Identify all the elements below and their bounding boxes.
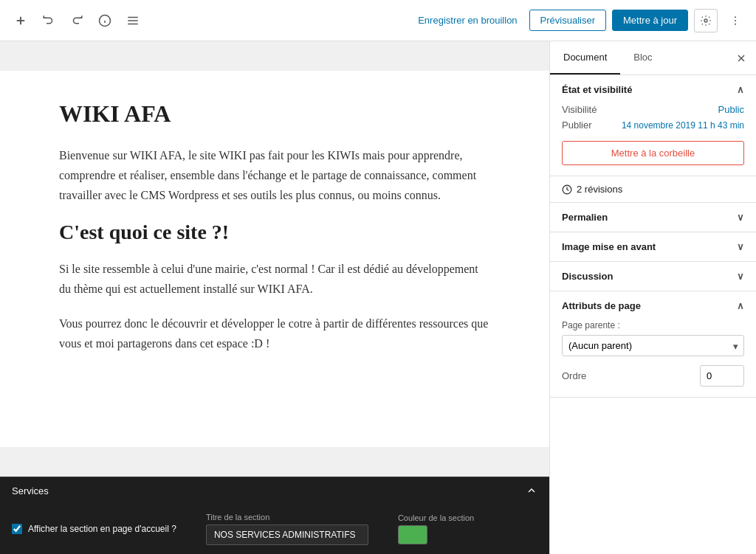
sidebar-tabs: Document Bloc	[550, 41, 756, 75]
toolbar-right: Enregistrer en brouillon Prévisualiser M…	[381, 9, 747, 32]
visibility-value[interactable]: Public	[718, 104, 744, 115]
collapse-icon	[526, 485, 537, 496]
discussion-chevron-icon: ∨	[737, 271, 744, 282]
permalien-section: Permalien ∨	[550, 203, 756, 232]
revisions-row[interactable]: 2 révisions	[550, 176, 756, 203]
publish-button[interactable]: Mettre à jour	[612, 10, 688, 31]
paragraph-3: Si le site ressemble à celui d'une mairi…	[59, 259, 490, 299]
svg-point-8	[704, 19, 707, 22]
permalien-header[interactable]: Permalien ∨	[550, 203, 756, 232]
order-label: Ordre	[562, 370, 586, 381]
main-area: WIKI AFA Bienvenue sur WIKI AFA, le site…	[0, 41, 756, 554]
paragraph-4: Vous pourrez donc le découvrir et dévelo…	[59, 314, 490, 353]
parent-select[interactable]: (Aucun parent)	[562, 335, 744, 356]
bottom-panel: Services Afficher la section en page d'a…	[0, 477, 549, 554]
parent-label: Page parente :	[562, 320, 744, 330]
discussion-section: Discussion ∨	[550, 262, 756, 291]
save-draft-button[interactable]: Enregistrer en brouillon	[412, 10, 523, 30]
clock-icon	[562, 184, 572, 195]
editor-area: WIKI AFA Bienvenue sur WIKI AFA, le site…	[0, 41, 549, 554]
paragraph-1: Bienvenue sur WIKI AFA, le site WIKI pas…	[59, 145, 490, 206]
publish-row: Publier 14 novembre 2019 11 h 43 min	[562, 120, 744, 131]
attributs-section: Attributs de page ∧ Page parente : (Aucu…	[550, 291, 756, 398]
discussion-title: Discussion	[562, 271, 613, 282]
page-title: WIKI AFA	[59, 100, 490, 128]
svg-point-9	[735, 16, 736, 18]
svg-point-11	[735, 23, 736, 24]
etat-section: État et visibilité ∧ Visibilité Public P…	[550, 75, 756, 176]
publish-date[interactable]: 14 novembre 2019 11 h 43 min	[622, 120, 744, 131]
section-title-group: Titre de la section	[206, 513, 368, 545]
permalien-chevron-icon: ∨	[737, 212, 744, 223]
tab-bloc[interactable]: Bloc	[620, 41, 665, 75]
bottom-panel-body: Afficher la section en page d'accueil ? …	[0, 504, 549, 554]
visibility-label: Visibilité	[562, 104, 597, 115]
visibility-row: Visibilité Public	[562, 104, 744, 115]
revisions-label: 2 révisions	[577, 184, 622, 195]
show-section-label: Afficher la section en page d'accueil ?	[28, 524, 176, 534]
parent-select-wrap: (Aucun parent)	[562, 335, 744, 356]
attributs-content: Page parente : (Aucun parent) Ordre	[550, 320, 756, 397]
bottom-panel-header[interactable]: Services	[0, 477, 549, 504]
permalien-title: Permalien	[562, 212, 608, 223]
etat-chevron-icon: ∧	[737, 84, 744, 95]
show-section-checkbox[interactable]	[12, 524, 22, 534]
undo-button[interactable]	[37, 9, 61, 32]
section-title-input[interactable]	[206, 524, 368, 545]
section-title-label: Titre de la section	[206, 513, 368, 522]
toolbar-left	[9, 9, 375, 32]
attributs-chevron-icon: ∧	[737, 300, 744, 311]
image-header[interactable]: Image mise en avant ∨	[550, 232, 756, 261]
editor-content[interactable]: WIKI AFA Bienvenue sur WIKI AFA, le site…	[0, 71, 549, 447]
trash-button[interactable]: Mettre à la corbeille	[562, 141, 744, 165]
attributs-title: Attributs de page	[562, 300, 641, 311]
order-input[interactable]	[700, 365, 744, 387]
svg-point-10	[735, 20, 736, 21]
settings-button[interactable]	[694, 9, 718, 32]
add-button[interactable]	[9, 9, 32, 32]
bottom-panel-title: Services	[12, 485, 49, 496]
image-title: Image mise en avant	[562, 241, 656, 252]
info-button[interactable]	[93, 9, 117, 32]
section-color-label: Couleur de la section	[398, 513, 474, 522]
image-section: Image mise en avant ∨	[550, 232, 756, 262]
right-sidebar: Document Bloc État et visibilité ∧ Visib…	[549, 41, 756, 554]
order-row: Ordre	[562, 365, 744, 387]
preview-button[interactable]: Prévisualiser	[529, 10, 606, 31]
image-chevron-icon: ∨	[737, 241, 744, 252]
show-section-check: Afficher la section en page d'accueil ?	[12, 524, 176, 534]
redo-button[interactable]	[65, 9, 89, 32]
page-body: Bienvenue sur WIKI AFA, le site WIKI pas…	[59, 145, 490, 353]
color-swatch[interactable]	[398, 525, 427, 544]
sidebar-close-button[interactable]	[729, 46, 753, 70]
more-options-button[interactable]	[724, 9, 747, 32]
menu-button[interactable]	[121, 9, 145, 32]
discussion-header[interactable]: Discussion ∨	[550, 262, 756, 291]
toolbar: Enregistrer en brouillon Prévisualiser M…	[0, 0, 756, 41]
tab-document[interactable]: Document	[550, 41, 620, 75]
etat-section-header[interactable]: État et visibilité ∧	[550, 75, 756, 104]
attributs-header[interactable]: Attributs de page ∧	[550, 291, 756, 320]
etat-section-title: État et visibilité	[562, 84, 632, 95]
section-color-group: Couleur de la section	[398, 513, 474, 544]
heading-2: C'est quoi ce site ?!	[59, 221, 490, 244]
publish-label: Publier	[562, 120, 591, 131]
etat-section-content: Visibilité Public Publier 14 novembre 20…	[550, 104, 756, 176]
